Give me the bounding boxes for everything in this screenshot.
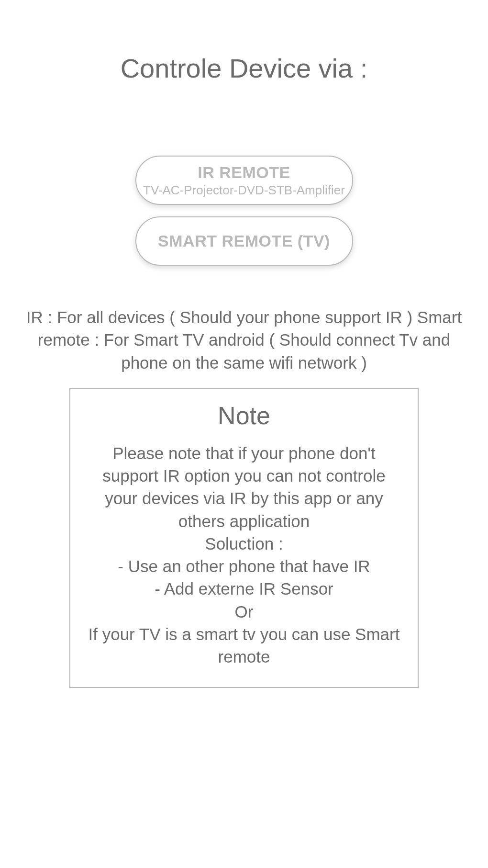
- note-body: Please note that if your phone don't sup…: [85, 442, 403, 668]
- note-box: Note Please note that if your phone don'…: [69, 388, 419, 688]
- main-container: Controle Device via : IR REMOTE TV-AC-Pr…: [0, 0, 488, 868]
- smart-remote-label: SMART REMOTE (TV): [158, 232, 330, 250]
- info-text: IR : For all devices ( Should your phone…: [0, 306, 488, 374]
- ir-remote-label: IR REMOTE: [198, 163, 290, 182]
- note-title: Note: [85, 401, 403, 430]
- ir-remote-button[interactable]: IR REMOTE TV-AC-Projector-DVD-STB-Amplif…: [135, 156, 353, 205]
- ir-remote-subtitle: TV-AC-Projector-DVD-STB-Amplifier: [143, 183, 345, 198]
- smart-remote-button[interactable]: SMART REMOTE (TV): [135, 216, 353, 266]
- page-title: Controle Device via :: [121, 53, 368, 84]
